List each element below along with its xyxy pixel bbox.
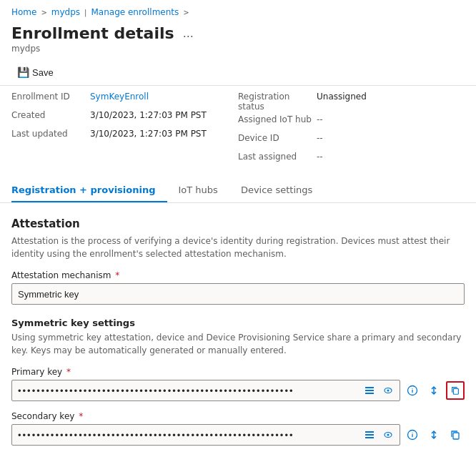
- ellipsis-button[interactable]: ...: [180, 25, 197, 41]
- primary-key-row: [11, 380, 465, 401]
- primary-key-label: Primary key *: [11, 367, 465, 377]
- secondary-key-copy-icon[interactable]: [446, 426, 465, 444]
- secondary-key-bars-icon[interactable]: [362, 427, 377, 443]
- details-grid: Enrollment ID SymKeyEnroll Created 3/10/…: [0, 86, 476, 176]
- primary-key-input-container: [11, 380, 400, 401]
- svg-rect-12: [365, 437, 374, 438]
- secondary-key-label: Secondary key *: [11, 411, 465, 421]
- primary-key-inline-icons: [362, 383, 396, 398]
- page-title: Enrollment details: [11, 24, 174, 42]
- save-label: Save: [32, 67, 54, 78]
- primary-key-copy-icon[interactable]: [446, 381, 465, 400]
- primary-key-sort-icon[interactable]: [425, 381, 443, 400]
- attestation-mechanism-field: Attestation mechanism *: [11, 270, 465, 305]
- details-right: Registration status Unassigned Assigned …: [238, 92, 465, 167]
- detail-last-updated: Last updated 3/10/2023, 1:27:03 PM PST: [11, 129, 238, 144]
- save-icon: 💾: [17, 67, 29, 78]
- primary-key-info-icon[interactable]: [403, 381, 422, 400]
- svg-point-17: [412, 433, 412, 433]
- primary-key-field: Primary key *: [11, 367, 465, 401]
- detail-enrollment-id: Enrollment ID SymKeyEnroll: [11, 92, 238, 107]
- secondary-key-input[interactable]: [11, 424, 400, 446]
- detail-last-assigned: Last assigned --: [238, 152, 465, 167]
- svg-rect-19: [453, 433, 459, 439]
- secondary-key-sort-icon[interactable]: [425, 426, 443, 444]
- tab-device-settings[interactable]: Device settings: [241, 179, 324, 202]
- detail-assigned-hub: Assigned IoT hub --: [238, 114, 465, 130]
- svg-point-14: [387, 434, 390, 436]
- primary-key-input[interactable]: [11, 380, 400, 401]
- detail-device-id: Device ID --: [238, 133, 465, 149]
- mechanism-label: Attestation mechanism *: [11, 270, 465, 280]
- tab-iothubs[interactable]: IoT hubs: [179, 179, 229, 202]
- secondary-key-field: Secondary key *: [11, 411, 465, 446]
- svg-point-7: [412, 388, 412, 389]
- attestation-section-title: Attestation: [11, 217, 465, 230]
- secondary-key-inline-icons: [362, 427, 396, 443]
- attestation-mechanism-input[interactable]: [11, 283, 465, 305]
- tab-registration[interactable]: Registration + provisioning: [11, 179, 167, 202]
- breadcrumb-manage[interactable]: Manage enrollments: [91, 7, 179, 17]
- breadcrumb-mydps[interactable]: mydps: [51, 7, 80, 17]
- breadcrumb-pipe: |: [84, 9, 86, 16]
- content-area: Attestation Attestation is the process o…: [0, 203, 476, 460]
- details-left: Enrollment ID SymKeyEnroll Created 3/10/…: [11, 92, 238, 167]
- primary-key-eye-icon[interactable]: [380, 383, 396, 398]
- page-header: Enrollment details ... mydps: [0, 21, 476, 59]
- svg-rect-0: [365, 387, 374, 388]
- svg-rect-10: [365, 431, 374, 433]
- toolbar: 💾 Save: [0, 59, 476, 86]
- symmetric-key-section: Symmetric key settings Using symmetric k…: [11, 318, 465, 446]
- svg-rect-1: [365, 390, 374, 391]
- symmetric-key-title: Symmetric key settings: [11, 318, 465, 328]
- svg-rect-2: [365, 393, 374, 394]
- breadcrumb-sep2: >: [183, 9, 189, 16]
- breadcrumb-home[interactable]: Home: [11, 7, 36, 17]
- breadcrumb: Home > mydps | Manage enrollments >: [0, 0, 476, 21]
- svg-rect-11: [365, 434, 374, 436]
- svg-rect-9: [453, 388, 458, 394]
- page-subtitle: mydps: [11, 44, 465, 54]
- secondary-key-row: [11, 424, 465, 446]
- detail-created: Created 3/10/2023, 1:27:03 PM PST: [11, 110, 238, 126]
- symmetric-key-desc: Using symmetric key attestation, device …: [11, 331, 465, 357]
- breadcrumb-sep1: >: [41, 9, 46, 16]
- secondary-key-input-container: [11, 424, 400, 446]
- secondary-key-info-icon[interactable]: [403, 426, 422, 444]
- detail-registration-status: Registration status Unassigned: [238, 92, 465, 112]
- svg-point-4: [387, 390, 390, 392]
- save-button[interactable]: 💾 Save: [11, 64, 59, 81]
- primary-key-bars-icon[interactable]: [362, 383, 377, 398]
- tabs-container: Registration + provisioning IoT hubs Dev…: [0, 179, 476, 203]
- secondary-key-eye-icon[interactable]: [380, 427, 396, 443]
- attestation-section-desc: Attestation is the process of verifying …: [11, 235, 465, 260]
